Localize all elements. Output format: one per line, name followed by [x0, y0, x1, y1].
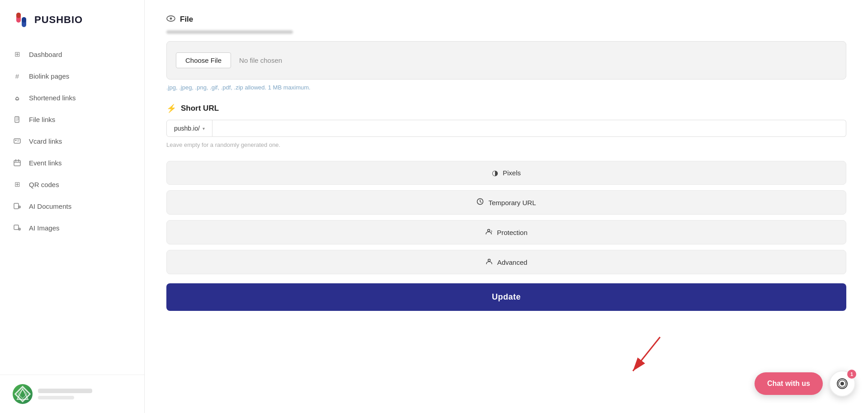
sidebar-footer: [0, 375, 144, 413]
sidebar-item-vcard-links[interactable]: Vcard links: [0, 130, 144, 152]
user-name: [38, 389, 92, 393]
svg-rect-7: [14, 203, 19, 209]
sidebar-item-event-links-label: Event links: [29, 159, 62, 167]
sidebar-item-ai-documents[interactable]: AI Documents: [0, 195, 144, 217]
no-file-label: No file chosen: [239, 56, 282, 64]
avatar: [13, 384, 33, 404]
user-info: [38, 389, 132, 399]
domain-select[interactable]: pushb.io/ ▾: [166, 120, 212, 137]
sidebar-item-dashboard[interactable]: ⊞ Dashboard: [0, 43, 144, 65]
temporary-url-label: Temporary URL: [488, 199, 536, 206]
ai-documents-icon: [13, 202, 22, 211]
sidebar-item-ai-images[interactable]: AI Images: [0, 217, 144, 239]
file-upload-container: Choose File No file chosen: [166, 41, 846, 80]
svg-point-14: [170, 18, 172, 20]
sidebar-item-dashboard-label: Dashboard: [29, 51, 62, 58]
pixels-label: Pixels: [503, 169, 521, 177]
protection-icon: [485, 228, 492, 237]
svg-point-17: [488, 259, 490, 262]
chevron-down-icon: ▾: [203, 126, 205, 131]
svg-marker-11: [17, 389, 28, 399]
notification-badge: 1: [847, 370, 856, 379]
chat-circle-button[interactable]: 1: [829, 371, 855, 397]
svg-rect-3: [22, 17, 26, 23]
logo-icon: [13, 11, 31, 29]
update-button[interactable]: Update: [166, 283, 846, 311]
sidebar-item-biolink-label: Biolink pages: [29, 72, 69, 80]
svg-rect-5: [14, 139, 20, 143]
nav-items: ⊞ Dashboard # Biolink pages Shortened li…: [0, 40, 144, 375]
eye-icon: [166, 14, 175, 24]
sidebar-item-vcard-links-label: Vcard links: [29, 137, 62, 145]
dashboard-icon: ⊞: [13, 50, 22, 59]
clock-icon: [476, 198, 484, 207]
sidebar-item-ai-documents-label: AI Documents: [29, 202, 71, 210]
svg-line-19: [633, 337, 660, 371]
pixels-icon: ◑: [492, 169, 498, 177]
sidebar-item-qr-codes-label: QR codes: [29, 181, 59, 188]
biolink-icon: #: [13, 71, 22, 80]
temporary-url-section-button[interactable]: Temporary URL: [166, 190, 846, 215]
advanced-section-button[interactable]: Advanced: [166, 250, 846, 274]
sidebar-item-ai-images-label: AI Images: [29, 224, 60, 232]
qr-codes-icon: ⊞: [13, 180, 22, 189]
advanced-icon: [486, 258, 493, 267]
user-sub: [38, 396, 74, 399]
short-url-section-header: ⚡ Short URL: [166, 103, 846, 113]
sidebar-item-event-links[interactable]: Event links: [0, 152, 144, 174]
bolt-icon: ⚡: [166, 103, 176, 113]
svg-point-21: [840, 382, 844, 385]
svg-point-16: [488, 230, 490, 232]
chat-with-us-button[interactable]: Chat with us: [755, 372, 823, 395]
sidebar-item-shortened-links-label: Shortened links: [29, 94, 75, 102]
file-hint: .jpg, .jpeg, .png, .gif, .pdf, .zip allo…: [166, 84, 846, 91]
logo-area: PUSHBIO: [0, 0, 144, 40]
app-name: PUSHBIO: [34, 14, 83, 26]
event-links-icon: [13, 158, 22, 167]
sidebar-item-file-links[interactable]: File links: [0, 108, 144, 130]
shortened-links-icon: [13, 93, 22, 102]
protection-section-button[interactable]: Protection: [166, 220, 846, 244]
short-url-hint: Leave empty for a randomly generated one…: [166, 141, 846, 148]
file-section-header: File: [166, 14, 846, 24]
sidebar-item-shortened-links[interactable]: Shortened links: [0, 87, 144, 108]
domain-label: pushb.io/: [174, 125, 200, 132]
svg-rect-9: [14, 225, 19, 230]
vcard-links-icon: [13, 136, 22, 145]
chat-icon: [836, 378, 848, 390]
ai-images-icon: [13, 223, 22, 232]
svg-rect-6: [14, 160, 20, 166]
main-content: File Choose File No file chosen .jpg, .j…: [145, 0, 868, 413]
choose-file-button[interactable]: Choose File: [176, 52, 231, 68]
blurred-subtitle: [166, 30, 293, 34]
sidebar-item-qr-codes[interactable]: ⊞ QR codes: [0, 174, 144, 195]
protection-label: Protection: [497, 229, 528, 236]
arrow-annotation: [597, 328, 687, 382]
short-url-section-title: Short URL: [181, 104, 219, 113]
pixels-section-button[interactable]: ◑ Pixels: [166, 161, 846, 185]
sidebar: PUSHBIO ⊞ Dashboard # Biolink pages Shor…: [0, 0, 145, 413]
file-section-title: File: [180, 15, 193, 24]
sidebar-item-biolink-pages[interactable]: # Biolink pages: [0, 65, 144, 87]
svg-rect-1: [16, 13, 21, 18]
short-url-input[interactable]: [212, 120, 846, 137]
short-url-row: pushb.io/ ▾: [166, 120, 846, 137]
sidebar-item-file-links-label: File links: [29, 116, 55, 123]
file-links-icon: [13, 115, 22, 124]
svg-rect-12: [18, 390, 27, 399]
advanced-label: Advanced: [497, 258, 528, 266]
